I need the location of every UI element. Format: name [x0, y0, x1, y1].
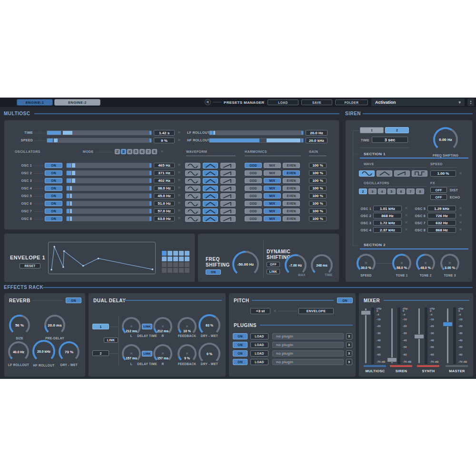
harmonics-mix-button[interactable]: MIX — [264, 178, 281, 183]
delay-tab-1[interactable]: 1 — [92, 324, 109, 329]
mode-2-button[interactable]: 2 — [115, 149, 120, 154]
harmonics-mix-button[interactable]: MIX — [264, 208, 281, 214]
plugin-load-button[interactable]: LOAD — [250, 359, 268, 365]
siren-triangle-wave-button[interactable] — [377, 170, 392, 177]
envelope-point[interactable] — [152, 268, 154, 270]
envelope-point[interactable] — [50, 269, 52, 271]
saw-wave-button[interactable] — [220, 163, 236, 169]
envelope-point[interactable] — [82, 265, 84, 267]
siren-speed-knob[interactable]: 30.0 % — [357, 254, 376, 273]
harmonics-odd-button[interactable]: ODD — [245, 193, 262, 198]
osc-frequency-value[interactable]: 51.0 Hz — [154, 201, 175, 206]
volume-fader-handle[interactable] — [361, 310, 371, 315]
envelope-graph[interactable] — [48, 242, 156, 274]
env-grid-cell[interactable] — [168, 251, 172, 256]
envelope-point[interactable] — [63, 250, 65, 252]
delay1-left-knob[interactable]: 212 ms — [122, 317, 141, 336]
siren-osc-7-button[interactable]: 7 — [407, 188, 415, 194]
osc-frequency-value[interactable]: 402 Hz — [154, 178, 175, 183]
volume-fader[interactable] — [418, 308, 420, 363]
harmonics-mix-button[interactable]: MIX — [264, 201, 281, 206]
plugin-remove-button[interactable]: X — [346, 350, 352, 357]
osc-frequency-slider[interactable] — [66, 208, 152, 214]
sine-wave-button[interactable] — [185, 186, 200, 191]
osc-field-value[interactable]: 632 Hz — [427, 220, 456, 226]
siren-osc-4-button[interactable]: 4 — [378, 188, 386, 194]
mode-4-button[interactable]: 4 — [127, 149, 132, 154]
harmonics-odd-button[interactable]: ODD — [245, 178, 262, 183]
volume-fader[interactable] — [391, 308, 393, 363]
clear-icon[interactable] — [365, 258, 367, 266]
harmonics-even-button[interactable]: EVEN — [283, 163, 300, 168]
osc-frequency-value[interactable]: 38.0 Hz — [154, 186, 175, 191]
clear-icon[interactable] — [161, 348, 164, 357]
reverb-predelay-knob[interactable]: 20.0 ms — [44, 315, 65, 336]
echo-toggle-button[interactable]: OFF — [430, 194, 447, 200]
speed-slider[interactable] — [47, 138, 152, 143]
pitch-envelope-button[interactable]: ENVELOPE — [298, 308, 334, 314]
saw-wave-button[interactable] — [220, 186, 236, 191]
saw-wave-button[interactable] — [220, 216, 236, 222]
saw-wave-button[interactable] — [220, 201, 236, 207]
osc-frequency-slider[interactable] — [66, 193, 152, 198]
harmonics-odd-button[interactable]: ODD — [245, 163, 262, 168]
env-grid-cell[interactable] — [173, 257, 178, 261]
volume-fader[interactable] — [447, 308, 448, 363]
siren-time-value[interactable]: 3 sec — [372, 137, 408, 143]
env-grid-cell[interactable] — [185, 262, 189, 267]
plugin-load-button[interactable]: LOAD — [250, 350, 268, 357]
triangle-wave-button[interactable] — [203, 216, 218, 222]
save-preset-button[interactable]: SAVE — [301, 99, 332, 105]
saw-wave-button[interactable] — [220, 193, 236, 199]
delay2-right-knob[interactable]: 157 ms — [153, 344, 172, 363]
sine-wave-button[interactable] — [185, 178, 200, 184]
osc-on-button[interactable]: ON — [45, 216, 62, 221]
osc-field-value[interactable]: 1.01 kHz — [373, 206, 402, 211]
clear-icon[interactable] — [459, 214, 462, 218]
clear-icon[interactable] — [178, 171, 181, 175]
env-grid-cell[interactable] — [162, 268, 167, 273]
clear-icon[interactable] — [459, 172, 462, 176]
sine-wave-button[interactable] — [185, 201, 200, 207]
osc-on-button[interactable]: ON — [45, 193, 62, 198]
envelope-point[interactable] — [98, 258, 99, 259]
clear-icon[interactable] — [459, 228, 462, 232]
siren-osc-5-button[interactable]: 5 — [387, 188, 396, 194]
env-grid-cell[interactable] — [179, 257, 184, 261]
clear-icon[interactable] — [178, 217, 181, 220]
osc-field-value[interactable]: 1.72 kHz — [373, 220, 402, 226]
harmonics-odd-button[interactable]: ODD — [245, 208, 262, 214]
preset-stepper[interactable]: ▲▼ — [467, 99, 474, 106]
delay2-feedback-knob[interactable]: 9 % — [178, 344, 197, 363]
triangle-wave-button[interactable] — [203, 201, 218, 207]
clear-icon[interactable] — [400, 258, 403, 266]
plugin-slot-field[interactable]: no plugin — [272, 342, 344, 348]
osc-gain-value[interactable]: 100 % — [309, 216, 327, 221]
harmonics-odd-button[interactable]: ODD — [245, 201, 262, 206]
osc-gain-value[interactable]: 100 % — [309, 193, 327, 198]
osc-frequency-slider[interactable] — [66, 178, 152, 183]
plugin-remove-button[interactable]: X — [346, 333, 352, 339]
clear-icon[interactable] — [448, 258, 451, 266]
env-grid-cell[interactable] — [168, 268, 172, 273]
env-grid-cell[interactable] — [185, 268, 189, 273]
delay1-right-knob[interactable]: 212 ms — [153, 317, 172, 336]
clear-icon[interactable] — [160, 150, 164, 154]
preset-dropdown[interactable]: Activation — [371, 99, 465, 106]
clear-icon[interactable] — [178, 186, 181, 190]
tab-engine-1[interactable]: ENGINE-1 — [17, 99, 53, 106]
reverb-drywet-knob[interactable]: 73 % — [59, 341, 79, 362]
osc-field-value[interactable]: 868 Hz — [373, 213, 402, 218]
harmonics-odd-button[interactable]: ODD — [245, 170, 262, 176]
envelope-point[interactable] — [53, 246, 55, 248]
osc-frequency-slider[interactable] — [66, 186, 152, 191]
env-grid-cell[interactable] — [179, 251, 184, 256]
harmonics-odd-button[interactable]: ODD — [245, 186, 262, 191]
osc-frequency-value[interactable]: 465 Hz — [154, 163, 175, 168]
env-grid-cell[interactable] — [162, 251, 167, 256]
clear-icon[interactable] — [130, 321, 133, 329]
clear-icon[interactable] — [178, 194, 181, 198]
siren-tone2-knob[interactable]: 48.0 % — [416, 254, 435, 273]
harmonics-mix-button[interactable]: MIX — [264, 170, 281, 176]
env-grid-cell[interactable] — [168, 262, 172, 267]
